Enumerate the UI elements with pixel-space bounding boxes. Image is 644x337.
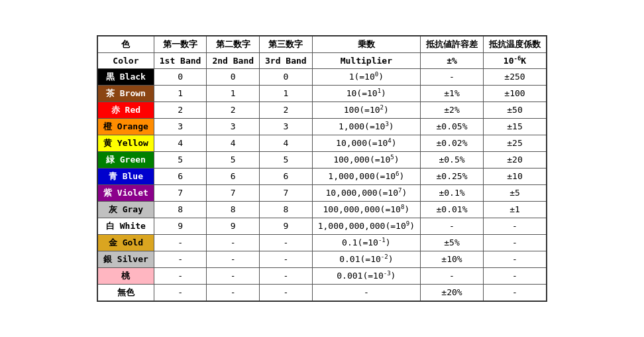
header-tolerance-ja: 抵抗値許容差 [420, 36, 483, 53]
band1-value: 8 [154, 201, 207, 218]
tolerance-value: ±0.5% [420, 151, 483, 168]
band3-value: 3 [260, 118, 313, 135]
color-cell-row-gray: 灰 Gray [97, 201, 154, 218]
table-row: 橙 Orange3331,000(=103)±0.05%±15 [97, 118, 547, 135]
band1-value: - [154, 251, 207, 267]
color-code-table: 色 第一数字 第二数字 第三数字 乗数 抵抗値許容差 抵抗温度係数 Color … [97, 35, 547, 301]
color-cell-row-silver: 銀 Silver [97, 251, 154, 267]
tolerance-value: ±2% [420, 101, 483, 118]
table-row: 桃---0.001(=10-3)-- [97, 267, 547, 284]
table-row: 赤 Red222100(=102)±2%±50 [97, 101, 547, 118]
band3-value: - [260, 234, 313, 251]
multiplier-value: 0.01(=10-2) [312, 251, 420, 267]
tolerance-value: ±10% [420, 251, 483, 267]
color-cell-row-yellow: 黄 Yellow [97, 135, 154, 151]
band1-value: 4 [154, 135, 207, 151]
band2-value: 6 [207, 168, 260, 184]
header-band3-ja: 第三数字 [260, 36, 313, 53]
band2-value: - [207, 234, 260, 251]
band1-value: 0 [154, 68, 207, 85]
tolerance-value: ±20% [420, 284, 483, 301]
tempcoeff-value: - [483, 218, 547, 234]
header-row-english: Color 1st Band 2nd Band 3rd Band Multipl… [97, 53, 547, 68]
band1-value: - [154, 267, 207, 284]
band1-value: 1 [154, 85, 207, 101]
band2-value: 0 [207, 68, 260, 85]
color-cell-row-violet: 紫 Violet [97, 184, 154, 201]
band1-value: 3 [154, 118, 207, 135]
tolerance-value: ±0.1% [420, 184, 483, 201]
tempcoeff-value: ±10 [483, 168, 547, 184]
table-row: 黒 Black0001(=100)-±250 [97, 68, 547, 85]
header-tempcoeff-en: 10-6K [483, 53, 547, 68]
color-cell-row-blue: 青 Blue [97, 168, 154, 184]
header-tempcoeff-ja: 抵抗温度係数 [483, 36, 547, 53]
tempcoeff-value: - [483, 267, 547, 284]
band2-value: 3 [207, 118, 260, 135]
tempcoeff-value: - [483, 234, 547, 251]
tolerance-value: ±1% [420, 85, 483, 101]
table-row: 無色----±20%- [97, 284, 547, 301]
tempcoeff-value: ±25 [483, 135, 547, 151]
band1-value: 9 [154, 218, 207, 234]
tempcoeff-value: - [483, 284, 547, 301]
band3-value: 8 [260, 201, 313, 218]
tolerance-value: - [420, 267, 483, 284]
multiplier-value: 0.1(=10-1) [312, 234, 420, 251]
color-cell-row-green: 緑 Green [97, 151, 154, 168]
band3-value: 2 [260, 101, 313, 118]
tempcoeff-value: ±250 [483, 68, 547, 85]
band2-value: 4 [207, 135, 260, 151]
multiplier-value: 1,000,000(=106) [312, 168, 420, 184]
band3-value: 7 [260, 184, 313, 201]
color-cell-row-brown: 茶 Brown [97, 85, 154, 101]
table-row: 茶 Brown11110(=101)±1%±100 [97, 85, 547, 101]
header-tolerance-en: ±% [420, 53, 483, 68]
multiplier-value: 100,000(=105) [312, 151, 420, 168]
header-row-japanese: 色 第一数字 第二数字 第三数字 乗数 抵抗値許容差 抵抗温度係数 [97, 36, 547, 53]
multiplier-value: - [312, 284, 420, 301]
band3-value: 6 [260, 168, 313, 184]
band3-value: 0 [260, 68, 313, 85]
resistor-color-code-table: 色 第一数字 第二数字 第三数字 乗数 抵抗値許容差 抵抗温度係数 Color … [83, 22, 561, 314]
table-row: 緑 Green555100,000(=105)±0.5%±20 [97, 151, 547, 168]
tolerance-value: ±0.25% [420, 168, 483, 184]
band2-value: 8 [207, 201, 260, 218]
tolerance-value: ±5% [420, 234, 483, 251]
band2-value: 9 [207, 218, 260, 234]
band2-value: - [207, 267, 260, 284]
color-cell-row-black: 黒 Black [97, 68, 154, 85]
table-row: 紫 Violet77710,000,000(=107)±0.1%±5 [97, 184, 547, 201]
tolerance-value: - [420, 68, 483, 85]
multiplier-value: 1(=100) [312, 68, 420, 85]
multiplier-value: 10,000(=104) [312, 135, 420, 151]
band1-value: 5 [154, 151, 207, 168]
color-cell-row-white: 白 White [97, 218, 154, 234]
multiplier-value: 100,000,000(=108) [312, 201, 420, 218]
color-cell-row-none: 無色 [97, 284, 154, 301]
tempcoeff-value: ±15 [483, 118, 547, 135]
tolerance-value: - [420, 218, 483, 234]
color-cell-row-pink: 桃 [97, 267, 154, 284]
band3-value: 5 [260, 151, 313, 168]
multiplier-value: 1,000,000,000(=109) [312, 218, 420, 234]
band1-value: - [154, 234, 207, 251]
tempcoeff-value: ±1 [483, 201, 547, 218]
table-row: 青 Blue6661,000,000(=106)±0.25%±10 [97, 168, 547, 184]
header-band2-en: 2nd Band [207, 53, 260, 68]
table-row: 白 White9991,000,000,000(=109)-- [97, 218, 547, 234]
band2-value: - [207, 284, 260, 301]
multiplier-value: 1,000(=103) [312, 118, 420, 135]
table-row: 黄 Yellow44410,000(=104)±0.02%±25 [97, 135, 547, 151]
header-multiplier-ja: 乗数 [312, 36, 420, 53]
header-band3-en: 3rd Band [260, 53, 313, 68]
band3-value: - [260, 284, 313, 301]
band3-value: - [260, 251, 313, 267]
tolerance-value: ±0.01% [420, 201, 483, 218]
band2-value: 1 [207, 85, 260, 101]
band1-value: 2 [154, 101, 207, 118]
tolerance-value: ±0.02% [420, 135, 483, 151]
multiplier-value: 0.001(=10-3) [312, 267, 420, 284]
table-row: 金 Gold---0.1(=10-1)±5%- [97, 234, 547, 251]
band3-value: 1 [260, 85, 313, 101]
